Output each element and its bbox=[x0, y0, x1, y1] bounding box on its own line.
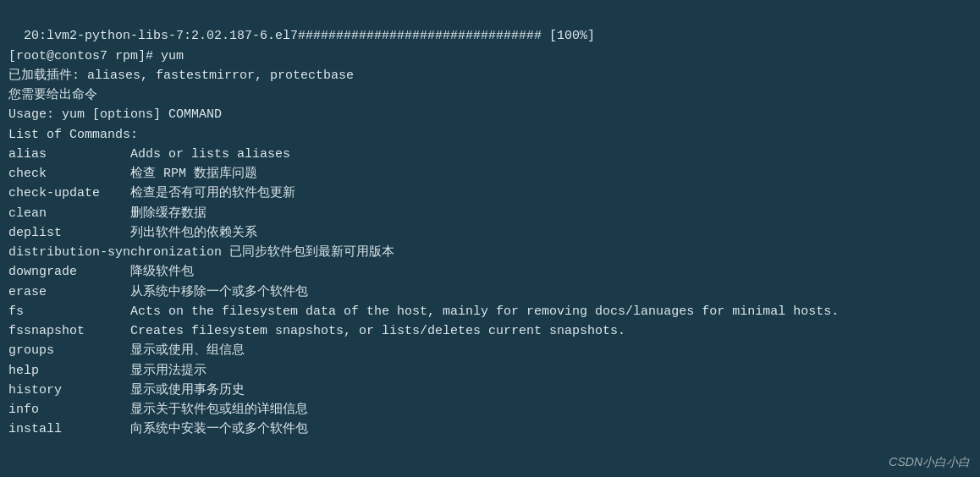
terminal-line: List of Commands: bbox=[8, 125, 972, 145]
terminal-line: fs Acts on the filesystem data of the ho… bbox=[8, 302, 972, 321]
terminal-line: info 显示关于软件包或组的详细信息 bbox=[8, 400, 972, 419]
terminal-line: install 向系统中安装一个或多个软件包 bbox=[8, 419, 972, 439]
terminal-line: 20:lvm2-python-libs-7:2.02.187-6.el7####… bbox=[8, 26, 972, 46]
terminal-line: clean 删除缓存数据 bbox=[8, 204, 972, 223]
terminal-line: 您需要给出命令 bbox=[8, 85, 972, 105]
terminal-line: alias Adds or lists aliases bbox=[8, 145, 972, 164]
terminal-line: deplist 列出软件包的依赖关系 bbox=[8, 223, 972, 243]
terminal-line: fssnapshot Creates filesystem snapshots,… bbox=[8, 321, 972, 341]
terminal-line: help 显示用法提示 bbox=[8, 361, 972, 381]
terminal-line: check-update 检查是否有可用的软件包更新 bbox=[8, 184, 972, 203]
terminal-line: history 显示或使用事务历史 bbox=[8, 381, 972, 400]
terminal-line: check 检查 RPM 数据库问题 bbox=[8, 164, 972, 184]
terminal-line: 已加载插件: aliases, fastestmirror, protectba… bbox=[8, 66, 972, 85]
terminal-line: Usage: yum [options] COMMAND bbox=[8, 105, 972, 124]
terminal-line: erase 从系统中移除一个或多个软件包 bbox=[8, 282, 972, 302]
terminal-line: [root@contos7 rpm]# yum bbox=[8, 47, 972, 66]
terminal-output: 20:lvm2-python-libs-7:2.02.187-6.el7####… bbox=[0, 0, 980, 447]
terminal-line: downgrade 降级软件包 bbox=[8, 262, 972, 282]
terminal-line: distribution-synchronization 已同步软件包到最新可用… bbox=[8, 243, 972, 262]
terminal-line: groups 显示或使用、组信息 bbox=[8, 341, 972, 360]
watermark: CSDN小白小白 bbox=[889, 455, 970, 470]
